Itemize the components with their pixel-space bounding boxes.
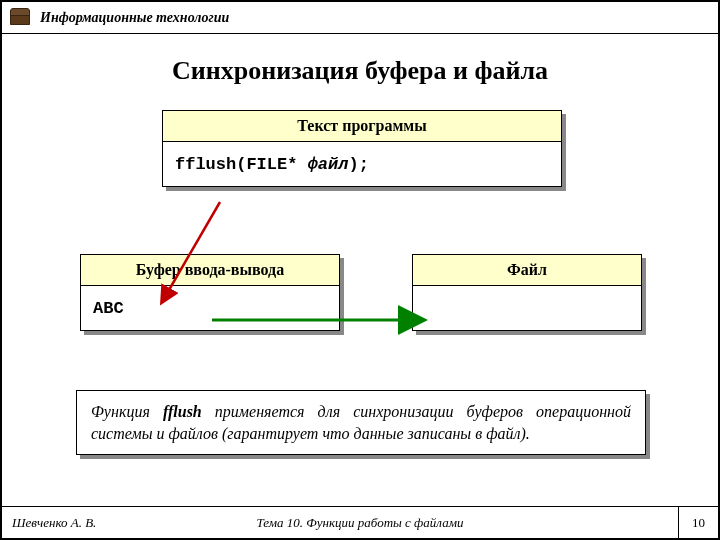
- chest-icon: [10, 11, 30, 25]
- desc-fn: fflush: [163, 403, 202, 420]
- program-box-body: fflush(FILE* файл);: [163, 142, 561, 186]
- description-box: Функция fflush применяется для синхрониз…: [76, 390, 646, 455]
- buffer-box: Буфер ввода-вывода ABC: [80, 254, 340, 331]
- slide-footer: Шевченко А. В. Тема 10. Функции работы с…: [2, 506, 718, 538]
- footer-author: Шевченко А. В.: [12, 515, 96, 531]
- footer-page: 10: [678, 507, 718, 538]
- file-box-body: [413, 286, 641, 330]
- file-box-header: Файл: [413, 255, 641, 286]
- buffer-box-header: Буфер ввода-вывода: [81, 255, 339, 286]
- slide-header: Информационные технологии: [2, 2, 718, 34]
- code-fn: fflush: [175, 155, 236, 174]
- course-title: Информационные технологии: [40, 10, 229, 26]
- description-text: Функция fflush применяется для синхрониз…: [77, 391, 645, 454]
- code-line: fflush(FILE* файл);: [175, 155, 369, 174]
- code-open: (FILE*: [236, 155, 307, 174]
- buffer-box-body: ABC: [81, 286, 339, 330]
- file-box: Файл: [412, 254, 642, 331]
- code-arg: файл: [308, 155, 349, 174]
- slide-title: Синхронизация буфера и файла: [140, 52, 580, 90]
- buffer-content: ABC: [93, 299, 124, 318]
- slide: Информационные технологии Синхронизация …: [0, 0, 720, 540]
- program-box: Текст программы fflush(FILE* файл);: [162, 110, 562, 187]
- program-box-header: Текст программы: [163, 111, 561, 142]
- desc-pre: Функция: [91, 403, 163, 420]
- footer-topic: Тема 10. Функции работы с файлами: [2, 515, 718, 531]
- code-close: );: [348, 155, 368, 174]
